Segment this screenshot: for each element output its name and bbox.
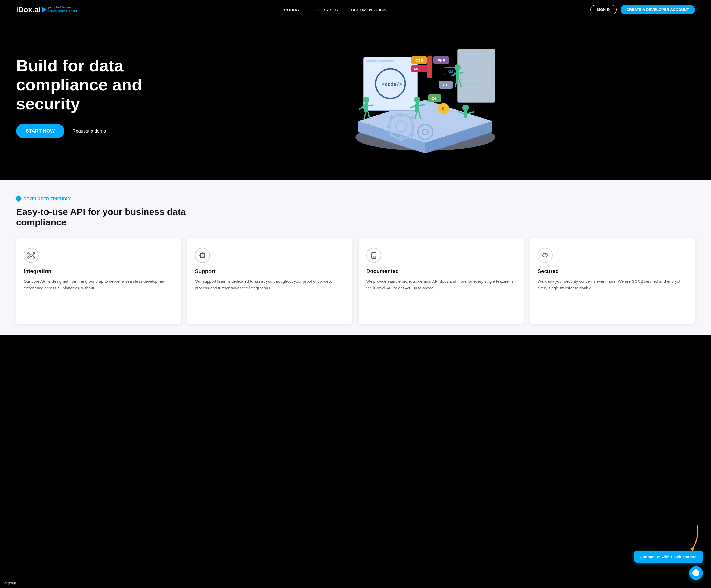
- card-support-title: Support: [195, 268, 345, 274]
- hero-section: Build for data compliance and security S…: [0, 19, 711, 180]
- svg-rect-24: [461, 58, 483, 59]
- nav-actions: SIGN IN CREATE A DEVELOPER ACCOUNT: [590, 5, 695, 15]
- svg-rect-25: [461, 61, 489, 62]
- cards-row: Integration Our core API is designed fro…: [16, 238, 695, 324]
- svg-line-50: [368, 112, 370, 118]
- support-icon: [195, 248, 210, 263]
- svg-point-82: [202, 255, 203, 256]
- svg-rect-11: [428, 56, 432, 78]
- card-integration-text: Our core API is designed from the ground…: [24, 278, 173, 292]
- create-account-button[interactable]: CREATE A DEVELOPER ACCOUNT: [621, 5, 695, 15]
- section-title: Easy-to-use API for your business data c…: [16, 207, 204, 227]
- svg-text:PHP: PHP: [437, 58, 445, 63]
- svg-point-69: [30, 254, 33, 257]
- svg-rect-29: [461, 77, 491, 78]
- svg-text:</>: </>: [413, 67, 418, 71]
- svg-rect-22: [457, 49, 495, 103]
- svg-line-60: [468, 112, 474, 114]
- card-secured-title: Secured: [538, 268, 687, 274]
- svg-rect-27: [461, 70, 491, 72]
- svg-point-57: [462, 105, 469, 111]
- badge-label: DEVELOPER FRIENDLY: [24, 197, 71, 201]
- card-integration-title: Integration: [24, 268, 173, 274]
- svg-rect-46: [364, 103, 368, 112]
- nav-product[interactable]: PRODUCT: [281, 7, 301, 12]
- hero-title: Build for data compliance and security: [16, 56, 145, 113]
- hero-content: Build for data compliance and security S…: [16, 56, 145, 138]
- logo-arrow-icon: [42, 7, 47, 12]
- svg-text:XML: XML: [448, 69, 456, 74]
- nav-documentation[interactable]: DOCUMENTATION: [351, 7, 386, 12]
- card-secured-text: We know your security concerns even more…: [538, 278, 687, 292]
- svg-rect-26: [461, 64, 480, 65]
- svg-line-48: [368, 105, 373, 106]
- svg-text:CSS: CSS: [415, 58, 423, 63]
- hero-actions: START NOW Request a demo: [16, 124, 145, 138]
- logo-text: iDox.ai: [16, 5, 47, 14]
- svg-rect-62: [456, 71, 459, 80]
- secured-icon: [538, 248, 553, 263]
- card-documented: Documented We provide sample projects, d…: [359, 238, 523, 324]
- navbar: iDox.ai part of Foxit Software Developer…: [0, 0, 711, 19]
- svg-point-45: [363, 96, 369, 103]
- logo-subtitle: part of Foxit Software Developer Center: [48, 6, 77, 14]
- svg-text:$: $: [442, 107, 444, 111]
- nav-links: PRODUCT USE CASES DOCUMENTATION: [281, 7, 386, 12]
- svg-rect-30: [461, 80, 482, 82]
- dev-badge: DEVELOPER FRIENDLY: [16, 196, 695, 201]
- card-integration: Integration Our core API is designed fro…: [16, 238, 181, 324]
- svg-point-51: [414, 96, 421, 103]
- card-documented-title: Documented: [366, 268, 516, 274]
- svg-rect-23: [461, 54, 491, 56]
- signin-button[interactable]: SIGN IN: [590, 5, 617, 14]
- svg-rect-38: [411, 125, 415, 129]
- svg-line-65: [455, 80, 457, 86]
- svg-rect-37: [387, 125, 391, 129]
- svg-line-49: [364, 112, 366, 118]
- svg-point-61: [454, 64, 461, 71]
- card-support-text: Our support team is dedicated to assist …: [195, 278, 345, 292]
- start-now-button[interactable]: START NOW: [16, 124, 64, 138]
- card-secured: Secured We know your security concerns e…: [530, 238, 695, 324]
- svg-rect-31: [461, 86, 491, 88]
- svg-rect-8: [378, 60, 394, 62]
- svg-rect-7: [366, 60, 377, 62]
- integration-icon: [24, 248, 39, 263]
- svg-rect-32: [461, 90, 478, 91]
- hero-svg: <code/> CSS PHP XML UX C+ </>: [342, 41, 498, 154]
- svg-rect-52: [415, 103, 419, 112]
- badge-diamond-icon: [15, 195, 22, 202]
- card-support: Support Our support team is dedicated to…: [188, 238, 352, 324]
- nav-use-cases[interactable]: USE CASES: [315, 7, 338, 12]
- svg-rect-35: [399, 113, 403, 117]
- svg-rect-58: [464, 111, 468, 118]
- svg-text:C+: C+: [431, 96, 436, 100]
- svg-rect-28: [461, 73, 486, 75]
- developer-section: DEVELOPER FRIENDLY Easy-to-use API for y…: [0, 180, 711, 335]
- logo[interactable]: iDox.ai part of Foxit Software Developer…: [16, 5, 77, 14]
- request-demo-link[interactable]: Request a demo: [72, 129, 106, 134]
- svg-text:UX: UX: [443, 83, 448, 87]
- card-documented-text: We provide sample projects, demos, API d…: [366, 278, 516, 292]
- hero-illustration: <code/> CSS PHP XML UX C+ </>: [145, 41, 695, 154]
- svg-text:<code/>: <code/>: [382, 81, 402, 87]
- documented-icon: [366, 248, 381, 263]
- svg-rect-36: [399, 136, 403, 140]
